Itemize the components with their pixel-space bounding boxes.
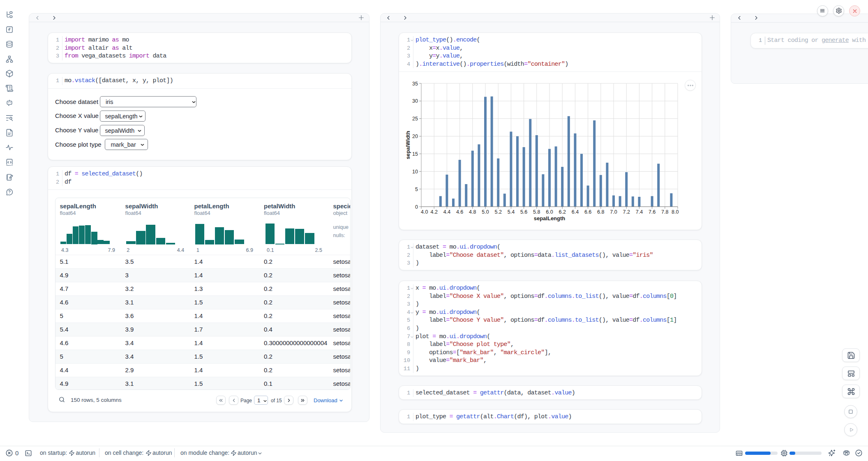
svg-text:7.0: 7.0 bbox=[610, 209, 617, 215]
svg-text:6.4: 6.4 bbox=[572, 209, 579, 215]
svg-text:35: 35 bbox=[412, 81, 418, 87]
svg-text:15: 15 bbox=[412, 151, 418, 157]
svg-text:5.4: 5.4 bbox=[508, 209, 515, 215]
svg-text:sepalLength: sepalLength bbox=[534, 215, 566, 221]
svg-text:4.6: 4.6 bbox=[456, 209, 463, 215]
svg-text:4.2: 4.2 bbox=[431, 209, 438, 215]
svg-text:7.2: 7.2 bbox=[623, 209, 630, 215]
svg-text:6.8: 6.8 bbox=[597, 209, 604, 215]
svg-text:5.8: 5.8 bbox=[533, 209, 540, 215]
svg-text:6.6: 6.6 bbox=[584, 209, 591, 215]
svg-text:7.6: 7.6 bbox=[649, 209, 656, 215]
svg-text:6.2: 6.2 bbox=[559, 209, 566, 215]
svg-text:5.2: 5.2 bbox=[495, 209, 502, 215]
svg-text:7.4: 7.4 bbox=[636, 209, 643, 215]
svg-text:4.8: 4.8 bbox=[469, 209, 476, 215]
svg-text:8.0: 8.0 bbox=[672, 209, 679, 215]
svg-text:4.4: 4.4 bbox=[443, 209, 450, 215]
svg-text:5.0: 5.0 bbox=[482, 209, 489, 215]
svg-text:25: 25 bbox=[412, 116, 418, 122]
svg-text:10: 10 bbox=[412, 169, 418, 175]
svg-text:sepalWidth: sepalWidth bbox=[405, 131, 411, 159]
svg-text:7.8: 7.8 bbox=[661, 209, 668, 215]
svg-text:20: 20 bbox=[412, 134, 418, 139]
svg-text:6.0: 6.0 bbox=[546, 209, 553, 215]
svg-text:5.6: 5.6 bbox=[520, 209, 527, 215]
svg-text:4.0: 4.0 bbox=[421, 209, 428, 215]
svg-text:0: 0 bbox=[415, 204, 418, 210]
svg-text:30: 30 bbox=[412, 98, 418, 104]
svg-text:5: 5 bbox=[415, 187, 418, 192]
